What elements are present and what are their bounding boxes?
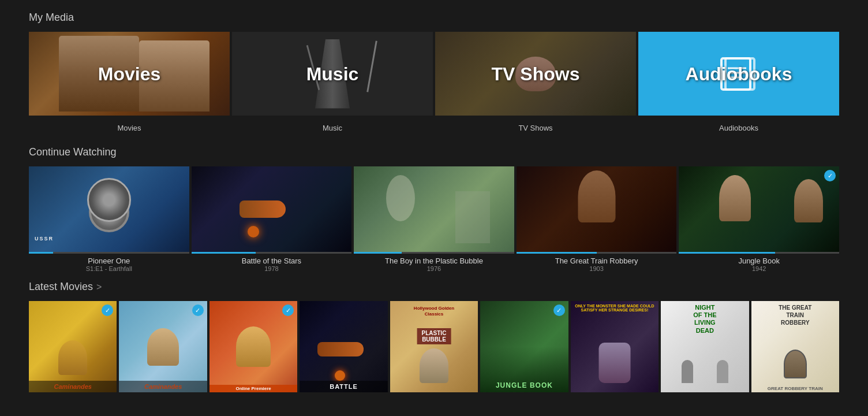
watching-card-battle[interactable]: Battle of the Stars 1978 — [192, 166, 352, 275]
watching-card-robbery[interactable]: The Great Train Robbery 1903 — [517, 166, 677, 275]
my-media-title: My Media — [29, 12, 839, 24]
caminandes2-text: Caminandes — [119, 381, 207, 392]
battle-title: Battle of the Stars — [192, 257, 352, 265]
pioneer-subtitle: S1:E1 - Earthfall — [29, 265, 189, 272]
my-media-section: My Media Movies — [29, 12, 839, 132]
media-card-tvshows[interactable]: TV Shows — [435, 32, 636, 116]
battle-thumb — [192, 166, 352, 252]
bubble-year: 1976 — [354, 265, 514, 272]
movie-card-plastic-bubble[interactable]: Hollywood Golden Classics PLASTICBUBBLE — [390, 301, 478, 392]
jungle-checkmark: ✓ — [824, 170, 836, 181]
jungle-title: Jungle Book — [679, 257, 839, 265]
pioneer-thumb: USSR — [29, 166, 189, 252]
movie-card-caminandes2[interactable]: Caminandes ✓ — [119, 301, 207, 392]
tvshows-label: TV Shows — [492, 63, 580, 84]
caminandes1-text: Caminandes — [29, 381, 117, 392]
robbery-year: 1903 — [517, 265, 677, 272]
latest-movies-header: Latest Movies > — [29, 281, 839, 293]
great-train2-thumb: THE GREAT TRAINROBBERY GREAT ROBBERY TRA… — [751, 301, 839, 392]
battle2-thumb: BATTLE — [300, 301, 387, 392]
bubble-progress-bar — [354, 252, 514, 254]
movies-label: Movies — [98, 63, 160, 84]
music-label: Music — [306, 63, 359, 84]
media-grid: Movies Music — [29, 32, 839, 116]
bubble-info: The Boy in the Plastic Bubble 1976 — [354, 254, 514, 275]
robbery-thumb — [517, 166, 677, 252]
pioneer-progress-bar — [29, 252, 189, 254]
watching-card-pioneer[interactable]: USSR Pioneer One S1:E1 - Earthfall — [29, 166, 189, 275]
latest-movies-section: Latest Movies > Caminandes ✓ — [29, 281, 839, 392]
audiobooks-label: Audiobooks — [686, 63, 792, 84]
latest-movies-title: Latest Movies — [29, 281, 93, 293]
lady-thumb: ONLY THE MONSTER SHE MADE COULDSATISFY H… — [571, 301, 659, 392]
robbery-info: The Great Train Robbery 1903 — [517, 254, 677, 275]
movies-grid: Caminandes ✓ Caminandes ✓ — [29, 301, 839, 392]
bubble-title: The Boy in the Plastic Bubble — [354, 257, 514, 265]
jungle2-check: ✓ — [553, 304, 565, 316]
jungle-info: Jungle Book 1942 — [679, 254, 839, 275]
media-grid-labels: Movies Music TV Shows Audiobooks — [29, 120, 839, 132]
media-card-music[interactable]: Music — [232, 32, 433, 116]
pioneer-title: Pioneer One — [29, 257, 189, 265]
night-living-thumb: NIGHTOF THELIVINGDEAD — [661, 301, 749, 392]
media-card-audiobooks[interactable]: Audiobooks — [638, 32, 839, 116]
robbery-progress-bar — [517, 252, 677, 254]
movie-card-caminandes1[interactable]: Caminandes ✓ — [29, 301, 117, 392]
continue-watching-title: Continue Watching — [29, 146, 839, 158]
jungle-progress-bar — [679, 252, 839, 254]
latest-movies-arrow[interactable]: > — [96, 282, 102, 292]
movie-card-caminandes3[interactable]: Online Premiere ✓ — [209, 301, 297, 392]
watching-grid: USSR Pioneer One S1:E1 - Earthfall — [29, 166, 839, 275]
plastic-bubble-thumb: Hollywood Golden Classics PLASTICBUBBLE — [390, 301, 478, 392]
jungle-thumb: ✓ — [679, 166, 839, 252]
watching-card-bubble[interactable]: The Boy in the Plastic Bubble 1976 — [354, 166, 514, 275]
bubble-thumb — [354, 166, 514, 252]
tvshows-sublabel: TV Shows — [435, 124, 636, 132]
robbery-title: The Great Train Robbery — [517, 257, 677, 265]
battle-year: 1978 — [192, 265, 352, 272]
caminandes2-check: ✓ — [192, 304, 204, 316]
movies-sublabel: Movies — [29, 124, 230, 132]
movie-card-night-living[interactable]: NIGHTOF THELIVINGDEAD — [661, 301, 749, 392]
online-premiere-badge: Online Premiere — [209, 385, 297, 392]
movie-card-lady[interactable]: ONLY THE MONSTER SHE MADE COULDSATISFY H… — [571, 301, 659, 392]
movie-card-great-train2[interactable]: THE GREAT TRAINROBBERY GREAT ROBBERY TRA… — [751, 301, 839, 392]
page-container: My Media Movies — [0, 0, 868, 404]
watching-card-jungle[interactable]: ✓ Jungle Book 1942 — [679, 166, 839, 275]
audiobooks-sublabel: Audiobooks — [638, 124, 839, 132]
battle-info: Battle of the Stars 1978 — [192, 254, 352, 275]
jungle-year: 1942 — [679, 265, 839, 272]
movie-card-battle2[interactable]: BATTLE — [300, 301, 387, 392]
battle2-text: BATTLE — [300, 381, 387, 392]
movie-card-jungle2[interactable]: JUNGLE BOOK ✓ — [480, 301, 568, 392]
music-sublabel: Music — [232, 124, 433, 132]
media-card-movies[interactable]: Movies — [29, 32, 230, 116]
continue-watching-section: Continue Watching USSR Pioneer One S1:E1… — [29, 146, 839, 275]
pioneer-info: Pioneer One S1:E1 - Earthfall — [29, 254, 189, 275]
battle-progress-bar — [192, 252, 352, 254]
